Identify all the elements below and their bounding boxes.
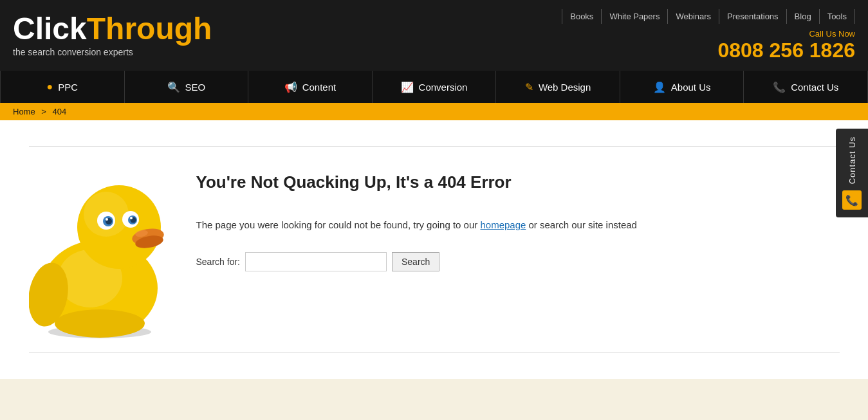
top-nav-webinars[interactable]: Webinars bbox=[668, 9, 719, 24]
contact-tab[interactable]: Contact Us 📞 bbox=[836, 129, 868, 217]
breadcrumb-separator: > bbox=[41, 107, 46, 116]
logo-tagline: the search conversion experts bbox=[13, 47, 212, 57]
nav-contact-us-label: Contact Us bbox=[791, 82, 838, 93]
error-heading: You're Not Quacking Up, It's a 404 Error bbox=[196, 172, 637, 192]
nav-ppc-label: PPC bbox=[58, 82, 78, 93]
logo-click: Click bbox=[13, 12, 87, 46]
error-text-area: You're Not Quacking Up, It's a 404 Error… bbox=[196, 160, 637, 271]
duck-image bbox=[29, 160, 171, 340]
nav-seo-label: SEO bbox=[185, 82, 206, 93]
contact-tab-icon: 📞 bbox=[842, 190, 862, 210]
top-nav-blog[interactable]: Blog bbox=[787, 9, 820, 24]
error-section: You're Not Quacking Up, It's a 404 Error… bbox=[29, 146, 840, 353]
top-bar: ClickThrough the search conversion exper… bbox=[0, 0, 868, 71]
error-desc-after: or search our site instead bbox=[526, 219, 637, 230]
svg-point-8 bbox=[106, 218, 108, 221]
search-input[interactable] bbox=[245, 252, 387, 271]
conversion-icon: 📈 bbox=[401, 81, 414, 93]
top-nav-presentations[interactable]: Presentations bbox=[719, 9, 787, 24]
breadcrumb-home[interactable]: Home bbox=[13, 107, 35, 116]
search-button[interactable]: Search bbox=[392, 252, 439, 271]
svg-point-12 bbox=[130, 217, 133, 219]
top-nav-books[interactable]: Books bbox=[562, 9, 602, 24]
nav-conversion-label: Conversion bbox=[419, 82, 468, 93]
top-nav-area: Books White Papers Webinars Presentation… bbox=[562, 9, 855, 62]
breadcrumb-bar: Home > 404 bbox=[0, 103, 868, 120]
top-nav-white-papers[interactable]: White Papers bbox=[602, 9, 668, 24]
footer-space bbox=[0, 379, 868, 420]
error-desc-before: The page you were looking for could not … bbox=[196, 219, 481, 230]
call-section: Call Us Now 0808 256 1826 bbox=[717, 29, 855, 62]
nav-web-design[interactable]: ✎ Web Design bbox=[496, 71, 620, 103]
content-icon: 📢 bbox=[284, 81, 297, 93]
search-row: Search for: Search bbox=[196, 252, 637, 271]
call-label: Call Us Now bbox=[717, 29, 855, 39]
top-nav-links: Books White Papers Webinars Presentation… bbox=[562, 9, 855, 24]
contact-tab-label: Contact Us bbox=[847, 136, 857, 184]
nav-seo[interactable]: 🔍 SEO bbox=[125, 71, 249, 103]
nav-conversion[interactable]: 📈 Conversion bbox=[373, 71, 497, 103]
nav-content-label: Content bbox=[302, 82, 337, 93]
content-wrapper: You're Not Quacking Up, It's a 404 Error… bbox=[16, 120, 853, 379]
nav-about-us-label: About Us bbox=[671, 82, 711, 93]
nav-ppc[interactable]: ● PPC bbox=[0, 71, 125, 103]
nav-content[interactable]: 📢 Content bbox=[248, 71, 373, 103]
homepage-link[interactable]: homepage bbox=[480, 219, 526, 230]
ppc-icon: ● bbox=[47, 81, 53, 93]
top-nav-tools[interactable]: Tools bbox=[820, 9, 855, 24]
web-design-icon: ✎ bbox=[525, 81, 533, 93]
error-description: The page you were looking for could not … bbox=[196, 218, 637, 233]
search-label: Search for: bbox=[196, 257, 240, 267]
logo-text: ClickThrough bbox=[13, 14, 212, 44]
contact-tab-wrapper[interactable]: Contact Us 📞 bbox=[836, 129, 868, 217]
main-nav: ● PPC 🔍 SEO 📢 Content 📈 Conversion ✎ Web… bbox=[0, 71, 868, 103]
nav-about-us[interactable]: 👤 About Us bbox=[620, 71, 744, 103]
nav-web-design-label: Web Design bbox=[539, 82, 591, 93]
about-us-icon: 👤 bbox=[653, 81, 666, 93]
nav-contact-us[interactable]: 📞 Contact Us bbox=[744, 71, 868, 103]
contact-us-icon: 📞 bbox=[773, 81, 786, 93]
logo[interactable]: ClickThrough the search conversion exper… bbox=[13, 14, 212, 57]
svg-point-17 bbox=[55, 309, 145, 338]
logo-through: Through bbox=[87, 12, 212, 46]
seo-icon: 🔍 bbox=[167, 81, 180, 93]
breadcrumb-current: 404 bbox=[53, 107, 67, 116]
phone-number: 0808 256 1826 bbox=[717, 39, 855, 62]
